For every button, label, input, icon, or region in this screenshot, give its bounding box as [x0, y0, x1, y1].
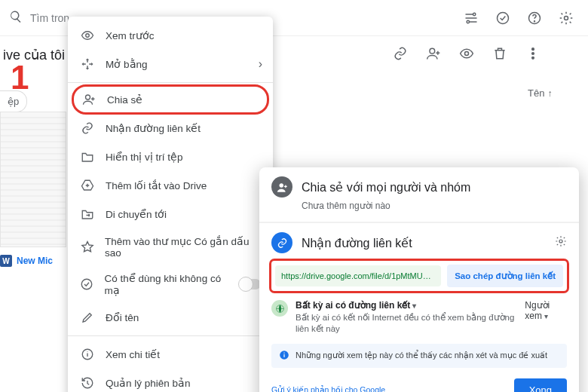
svg-point-10 [532, 57, 534, 60]
ctx-item-open-with[interactable]: Mở bằng› [68, 50, 273, 78]
get-link-icon[interactable] [392, 45, 409, 62]
link-settings-icon[interactable] [555, 235, 567, 250]
help-icon[interactable] [526, 10, 543, 26]
viewer-note: Những người xem tệp này có thể thấy các … [296, 351, 547, 360]
globe-icon [271, 300, 288, 317]
ctx-label: Quản lý phiên bản [106, 377, 191, 389]
file-name-row[interactable]: W New Mic [0, 255, 53, 267]
link-title: Nhận đường liên kết [302, 236, 412, 250]
people-icon [271, 176, 292, 198]
svg-point-13 [82, 279, 93, 289]
svg-rect-23 [283, 352, 284, 353]
context-menu: Xem trướcMở bằng›Chia sẻNhận đường liên … [68, 17, 273, 392]
svg-point-1 [467, 20, 469, 23]
svg-rect-22 [283, 354, 284, 357]
column-header-name[interactable]: Tên [528, 87, 552, 99]
offline-toggle[interactable] [240, 279, 261, 289]
svg-point-4 [534, 20, 535, 21]
link-round-icon [271, 232, 292, 253]
ctx-item-pencil[interactable]: Đổi tên [68, 303, 273, 332]
history-icon [80, 375, 95, 390]
move-icon [80, 207, 95, 222]
ctx-item-history[interactable]: Quản lý phiên bản [68, 369, 273, 392]
ctx-label: Xem chi tiết [106, 348, 160, 360]
ctx-item-star[interactable]: Thêm vào thư mục Có gắn dấu sao [68, 228, 273, 265]
ctx-label: Di chuyển tới [106, 208, 167, 220]
info-icon [279, 350, 289, 362]
svg-point-19 [559, 240, 562, 243]
preview-icon[interactable] [458, 45, 475, 62]
info-icon [80, 347, 95, 362]
ctx-item-offline[interactable]: Có thể dùng khi không có mạ [68, 265, 273, 303]
permission-scope[interactable]: Bất kỳ ai có đường liên kết [296, 300, 416, 311]
svg-point-12 [86, 95, 90, 100]
ctx-item-folder[interactable]: Hiển thị vị trí tệp [68, 142, 273, 171]
svg-point-2 [498, 12, 509, 23]
search-input[interactable]: Tìm tron [30, 12, 69, 24]
role-selector[interactable]: Người xem [525, 300, 567, 321]
chevron-right-icon: › [259, 57, 262, 71]
ctx-item-link[interactable]: Nhận đường liên kết [68, 114, 273, 142]
drive-add-icon [80, 178, 95, 193]
star-icon [80, 240, 94, 255]
ctx-item-drive-add[interactable]: Thêm lối tắt vào Drive [68, 171, 273, 200]
svg-point-6 [430, 48, 435, 54]
ctx-label: Đổi tên [106, 311, 139, 323]
ctx-item-person-add[interactable]: Chia sẻ [74, 87, 267, 112]
link-row-highlight: https://drive.google.com/file/d/1pMtMUeu… [271, 261, 567, 291]
link-icon [80, 121, 95, 136]
step-badge-1: 1 [11, 59, 29, 96]
share-url[interactable]: https://drive.google.com/file/d/1pMtMUeu… [275, 265, 441, 286]
share-title: Chia sẻ với mọi người và nhóm [302, 180, 470, 194]
feedback-link[interactable]: Gửi ý kiến phản hồi cho Google [271, 385, 385, 392]
ctx-label: Thêm vào thư mục Có gắn dấu sao [105, 235, 261, 259]
svg-point-5 [565, 16, 568, 20]
ctx-label: Xem trước [106, 29, 155, 41]
ctx-label: Mở bằng [106, 58, 148, 70]
ctx-label: Chia sẻ [107, 93, 142, 106]
svg-point-7 [465, 52, 469, 56]
file-thumbnail[interactable] [0, 112, 66, 247]
done-button[interactable]: Xong [514, 378, 567, 392]
ctx-item-move[interactable]: Di chuyển tới [68, 200, 273, 228]
more-icon[interactable] [525, 45, 541, 62]
copy-link-button[interactable]: Sao chép đường liên kết [447, 265, 563, 287]
svg-point-11 [86, 34, 90, 38]
offline-icon [80, 277, 94, 292]
permission-desc: Bất kỳ ai có kết nối Internet đều có thể… [296, 312, 517, 335]
file-name: New Mic [17, 256, 53, 266]
ctx-item-eye[interactable]: Xem trước [68, 21, 273, 50]
ctx-label: Hiển thị vị trí tệp [106, 151, 183, 163]
search-icon [9, 10, 23, 26]
ctx-item-info[interactable]: Xem chi tiết [68, 340, 273, 369]
ready-offline-icon[interactable] [495, 10, 511, 26]
svg-point-18 [279, 183, 283, 187]
svg-point-9 [532, 53, 534, 55]
share-person-icon[interactable] [425, 45, 442, 62]
share-dialog: Chia sẻ với mọi người và nhóm Chưa thêm … [259, 167, 579, 392]
svg-point-8 [532, 48, 534, 51]
eye-icon [80, 28, 95, 43]
open-with-icon [80, 57, 95, 72]
share-subtitle: Chưa thêm người nào [302, 201, 567, 211]
ctx-label: Có thể dùng khi không có mạ [105, 272, 230, 296]
person-add-icon [81, 92, 96, 107]
ctx-label: Nhận đường liên kết [106, 122, 201, 134]
ctx-label: Thêm lối tắt vào Drive [106, 179, 207, 191]
folder-icon [80, 149, 95, 164]
word-icon: W [0, 255, 12, 267]
pencil-icon [80, 310, 95, 325]
svg-point-0 [473, 13, 476, 15]
settings-icon[interactable] [558, 10, 574, 26]
filter-icon[interactable] [463, 10, 479, 26]
trash-icon[interactable] [492, 45, 508, 62]
